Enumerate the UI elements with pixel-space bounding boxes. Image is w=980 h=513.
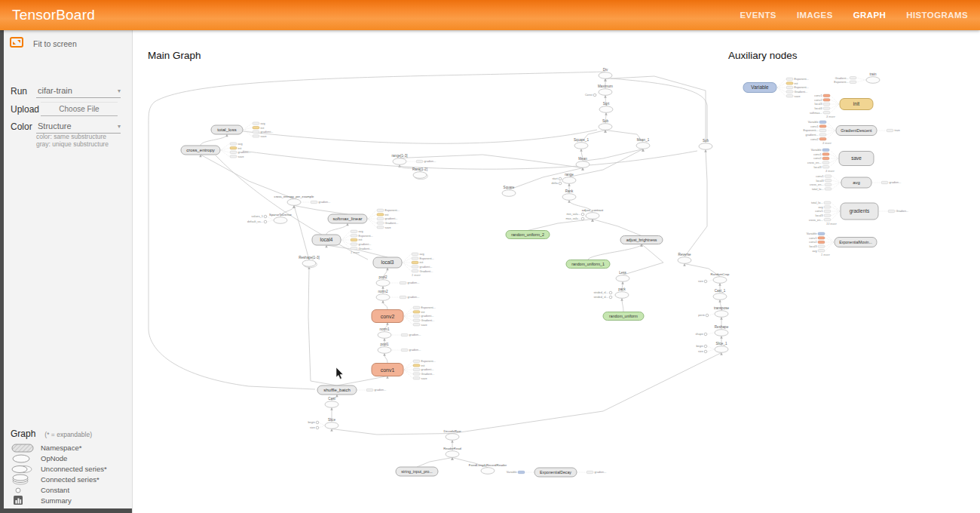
- graph-node-Mean_1[interactable]: Mean_1: [636, 138, 650, 149]
- node-satellite[interactable]: [824, 206, 831, 208]
- node-satellite[interactable]: [230, 143, 237, 145]
- graph-node-Rank[interactable]: Rank: [562, 189, 576, 200]
- graph-node-range13[interactable]: range[1-3]: [392, 154, 408, 164]
- node-satellite[interactable]: [377, 209, 384, 211]
- graph-node-pack[interactable]: pack: [615, 287, 629, 298]
- graph-node-conv1[interactable]: conv1: [372, 364, 403, 376]
- graph-node-Square_1[interactable]: Square_1: [574, 138, 589, 149]
- node-satellite[interactable]: [823, 94, 830, 97]
- node-satellite[interactable]: [412, 270, 418, 272]
- node-satellite[interactable]: [377, 213, 384, 216]
- node-satellite[interactable]: [819, 138, 826, 140]
- node-satellite[interactable]: [230, 155, 237, 158]
- graph-node-Less[interactable]: Less: [616, 271, 629, 281]
- graph-node-FixedLengthRecordReader[interactable]: FixedLengthRecordReader: [469, 463, 507, 474]
- graph-node-range_delta[interactable]: delta: [552, 180, 562, 185]
- graph-node-DecodeRaw[interactable]: DecodeRaw: [444, 429, 462, 440]
- node-satellite[interactable]: [818, 232, 825, 235]
- node-satellite[interactable]: [413, 368, 420, 370]
- graph-node-random_uniform[interactable]: random_uniform: [603, 312, 644, 321]
- graph-node-cepe[interactable]: cross_entropy_per_example: [274, 195, 315, 205]
- graph-node-Cast[interactable]: Cast: [325, 397, 338, 407]
- node-satellite[interactable]: [819, 134, 826, 136]
- graph-node-range[interactable]: range: [562, 173, 576, 183]
- node-satellite[interactable]: [881, 181, 888, 183]
- graph-node-Rank12[interactable]: Rank[1-2]: [412, 167, 427, 180]
- graph-node-max_val[interactable]: max_valu...: [565, 216, 586, 220]
- fit-to-screen-button[interactable]: Fit to screen: [10, 37, 77, 51]
- nav-events[interactable]: EVENTS: [740, 11, 776, 20]
- node-satellite[interactable]: [400, 296, 406, 298]
- node-satellite[interactable]: [786, 78, 793, 80]
- node-satellite[interactable]: [413, 306, 420, 309]
- graph-node-GradientDescent[interactable]: GradientDescent: [836, 126, 877, 136]
- node-satellite[interactable]: [413, 319, 420, 321]
- graph-node-ReaderRead[interactable]: ReaderRead: [443, 447, 461, 457]
- node-satellite[interactable]: [825, 183, 831, 186]
- node-satellite[interactable]: [823, 99, 830, 101]
- graph-node-save_aux[interactable]: save: [839, 152, 874, 166]
- node-satellite[interactable]: [377, 217, 384, 220]
- run-select[interactable]: cifar-train ▾: [36, 84, 121, 98]
- graph-node-Reshape13[interactable]: Reshape[1-3]: [299, 256, 320, 268]
- node-satellite[interactable]: [412, 253, 418, 255]
- node-satellite[interactable]: [888, 210, 895, 212]
- graph-node-init_aux[interactable]: init: [840, 99, 873, 110]
- graph-node-random_uniform_1[interactable]: random_uniform_1: [566, 260, 610, 269]
- node-satellite[interactable]: [230, 147, 237, 149]
- node-satellite[interactable]: [825, 188, 831, 190]
- graph-node-const_max[interactable]: Const: [585, 92, 599, 97]
- node-satellite[interactable]: [413, 373, 420, 375]
- node-satellite[interactable]: [823, 112, 830, 114]
- node-satellite[interactable]: [819, 125, 826, 127]
- graph-node-RandomCrop[interactable]: RandomCrop: [711, 272, 730, 283]
- node-satellite[interactable]: [413, 315, 420, 317]
- node-satellite[interactable]: [413, 360, 420, 362]
- nav-graph[interactable]: GRAPH: [853, 11, 887, 20]
- graph-node-Div[interactable]: Div: [599, 68, 612, 78]
- node-satellite[interactable]: [253, 131, 259, 133]
- graph-node-avg_aux[interactable]: avg: [841, 177, 871, 188]
- graph-node-min_val[interactable]: min_valu...: [566, 213, 586, 216]
- graph-node-local3[interactable]: local3: [373, 257, 402, 268]
- graph-node-pack_c2[interactable]: strided_sl...: [593, 295, 615, 299]
- graph-node-total_loss[interactable]: total_loss: [211, 125, 243, 134]
- graph-node-Sub_1[interactable]: Sub: [699, 139, 712, 149]
- graph-node-Reverse[interactable]: Reverse: [678, 253, 691, 263]
- node-satellite[interactable]: [887, 129, 893, 131]
- node-satellite[interactable]: [786, 95, 793, 97]
- node-satellite[interactable]: [824, 210, 831, 212]
- graph-node-size1[interactable]: size: [698, 349, 715, 353]
- graph-node-begin2[interactable]: begin: [308, 421, 325, 425]
- choose-file-button[interactable]: Choose File: [41, 102, 118, 116]
- graph-node-perm[interactable]: perm: [698, 314, 715, 317]
- node-satellite[interactable]: [818, 241, 825, 243]
- graph-node-adjust_contrast[interactable]: adjust_contrast: [582, 208, 604, 219]
- graph-node-shape_c[interactable]: shape: [695, 333, 715, 336]
- graph-node-pool1[interactable]: pool1: [378, 343, 391, 353]
- color-select[interactable]: Structure ▾: [36, 120, 121, 134]
- graph-node-Mean[interactable]: Mean: [576, 157, 590, 167]
- graph-node-expmov[interactable]: ExponentialMovin...: [835, 238, 877, 247]
- graph-node-Sqrt[interactable]: Sqrt: [599, 102, 613, 112]
- graph-node-size2[interactable]: size: [310, 425, 325, 429]
- node-satellite[interactable]: [825, 175, 831, 177]
- graph-node-adjust_brightness[interactable]: adjust_brightness: [620, 236, 663, 244]
- node-satellite[interactable]: [822, 161, 829, 164]
- node-satellite[interactable]: [401, 333, 408, 336]
- node-satellite[interactable]: [818, 250, 825, 252]
- node-satellite[interactable]: [412, 266, 418, 268]
- graph-canvas[interactable]: total_lossavginitgradient...savecross_en…: [132, 30, 980, 513]
- graph-node-random_uniform_2[interactable]: random_uniform_2: [506, 231, 550, 239]
- node-satellite[interactable]: [823, 103, 830, 105]
- node-satellite[interactable]: [786, 91, 793, 93]
- graph-node-pool2[interactable]: pool2: [376, 275, 390, 286]
- graph-node-string_input_pro[interactable]: string_input_pro...: [396, 467, 438, 476]
- node-satellite[interactable]: [416, 160, 423, 162]
- graph-node-Sub[interactable]: Sub: [599, 119, 612, 130]
- node-satellite[interactable]: [366, 389, 373, 391]
- graph-node-conv2[interactable]: conv2: [372, 310, 403, 323]
- graph-node-train[interactable]: train: [866, 72, 880, 83]
- node-satellite[interactable]: [413, 377, 420, 379]
- graph-node-SparseToDense[interactable]: SparseToDense: [269, 213, 292, 223]
